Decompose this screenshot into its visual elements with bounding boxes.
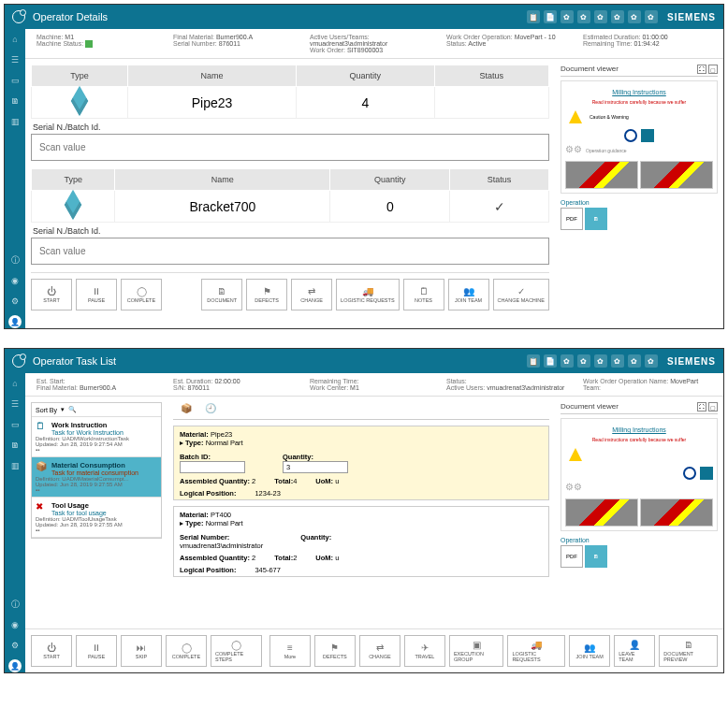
change-machine-button[interactable]: ✓CHANGE MACHINE: [493, 279, 549, 310]
notes-button[interactable]: 🗒NOTES: [403, 279, 444, 310]
leave-team-button[interactable]: 👤LEAVE TEAM: [614, 635, 655, 667]
info-bar: Machine: M1Machine Status: Final Materia…: [25, 29, 723, 59]
nav-chart-icon[interactable]: ▥: [8, 115, 22, 128]
batch-id-input[interactable]: [180, 461, 245, 473]
header-icon[interactable]: ✿: [611, 354, 624, 368]
doc-photo: [640, 161, 713, 189]
document-preview-button[interactable]: 🗎DOCUMENT PREVIEW: [659, 635, 718, 667]
skip-button[interactable]: ⏭SKIP: [121, 635, 162, 667]
header-icon[interactable]: ✿: [577, 10, 590, 23]
search-icon[interactable]: 🔍: [68, 406, 77, 413]
header-icon[interactable]: ✿: [611, 10, 624, 23]
expand-icon[interactable]: ⛶: [697, 402, 706, 412]
nav-pin-icon[interactable]: ◉: [8, 274, 22, 287]
header-icon[interactable]: ✿: [628, 354, 641, 368]
complete-button[interactable]: ◯COMPLETE: [166, 635, 207, 667]
popout-icon[interactable]: ▢: [708, 65, 718, 74]
header-icon[interactable]: ✿: [594, 10, 607, 23]
execution-group-button[interactable]: ▣EXECUTION GROUP: [449, 635, 503, 667]
part-row[interactable]: Bracket7000✓: [32, 191, 549, 223]
tab-history-icon[interactable]: 🕘: [203, 400, 218, 415]
start-button[interactable]: ⏻START: [31, 279, 72, 310]
nav-gear-icon[interactable]: ⚙: [8, 295, 22, 308]
nav-home-icon[interactable]: ⌂: [8, 33, 22, 46]
travel-button[interactable]: ✈TRAVEL: [404, 635, 445, 667]
nav-screen-icon[interactable]: ▭: [8, 418, 22, 431]
expand-icon[interactable]: ⛶: [697, 65, 706, 74]
warning-icon: [569, 448, 582, 461]
task-work-instruction[interactable]: 🗒 Work Instruction Task for Work Instruc…: [32, 417, 161, 457]
document-button[interactable]: 🗎DOCUMENT: [201, 279, 242, 310]
defects-button[interactable]: ⚑DEFECTS: [314, 635, 356, 667]
nav-pin-icon[interactable]: ◉: [8, 618, 22, 631]
sort-bar: Sort By ▾ 🔍: [32, 403, 161, 417]
quantity-input[interactable]: [283, 461, 348, 473]
part-row[interactable]: Pipe234: [32, 87, 549, 119]
nav-doc-icon[interactable]: 🗎: [8, 439, 22, 452]
footer-toolbar: ⏻START ⏸PAUSE ◯COMPLETE 🗎DOCUMENT ⚑DEFEC…: [31, 272, 549, 312]
header-icon[interactable]: 📋: [527, 354, 540, 368]
task-material-consumption[interactable]: 📦 Material Consumption Task for material…: [32, 457, 161, 498]
nav-doc-icon[interactable]: 🗎: [8, 94, 22, 108]
nav-screen-icon[interactable]: ▭: [8, 74, 22, 87]
scan-input[interactable]: [31, 134, 549, 161]
logistic-button[interactable]: 🚚LOGISTIC REQUESTS: [336, 279, 399, 310]
notes-icon: 🗒: [419, 286, 429, 296]
footer-toolbar: ⏻START ⏸PAUSE ⏭SKIP ◯COMPLETE ◯COMPLETE …: [25, 628, 723, 672]
header-icon[interactable]: ✿: [628, 10, 641, 23]
start-button[interactable]: ⏻START: [31, 635, 72, 667]
complete-button[interactable]: ◯COMPLETE: [121, 279, 162, 310]
join-team-button[interactable]: 👥JOIN TEAM: [448, 279, 489, 310]
join-team-button[interactable]: 👥JOIN TEAM: [569, 635, 610, 667]
header-icon[interactable]: ✿: [561, 354, 574, 368]
doc-photo: [640, 498, 713, 527]
tab-material-icon[interactable]: 📦: [179, 400, 194, 415]
material-card[interactable]: Material: PT400▸ Type: Normal Part Seria…: [173, 506, 549, 577]
nav-chart-icon[interactable]: ▥: [8, 459, 22, 472]
header-icon[interactable]: ✿: [561, 10, 574, 23]
change-icon: ⇄: [308, 286, 315, 296]
nav-info-icon[interactable]: ⓘ: [8, 598, 22, 611]
team-icon: 👥: [463, 286, 474, 296]
popout-icon[interactable]: ▢: [708, 402, 718, 412]
op-file-doc[interactable]: 🗎: [585, 545, 607, 568]
task-list: Sort By ▾ 🔍 🗒 Work Instruction Task for …: [31, 402, 162, 539]
complete-steps-button[interactable]: ◯COMPLETE STEPS: [211, 635, 262, 667]
header-icon[interactable]: 📋: [527, 10, 540, 23]
sort-by-label[interactable]: Sort By: [36, 407, 57, 413]
check-icon: ✓: [450, 191, 549, 223]
nav-gear-icon[interactable]: ⚙: [8, 639, 22, 652]
doc-preview: Milling Instructions Read instructions c…: [561, 80, 718, 194]
header-icon[interactable]: ✿: [594, 354, 607, 368]
nav-list-icon[interactable]: ☰: [8, 53, 22, 66]
warning-icon: [569, 110, 582, 123]
change-button[interactable]: ⇄CHANGE: [291, 279, 332, 310]
change-button[interactable]: ⇄CHANGE: [359, 635, 400, 667]
header-icon[interactable]: ✿: [577, 354, 590, 368]
op-file-doc[interactable]: 🗎: [585, 208, 607, 230]
doc-photo: [565, 498, 638, 527]
more-button[interactable]: ≡More: [269, 635, 311, 667]
material-card-active[interactable]: Material: Pipe23▸ Type: Normal Part Batc…: [173, 426, 549, 500]
logistic-button[interactable]: 🚚LOGISTIC REQUESTS: [507, 635, 565, 667]
task-tool-usage[interactable]: ✖ Tool Usage Task for tool usage Definit…: [32, 498, 161, 538]
power-icon: ⏻: [47, 286, 56, 296]
nav-user-icon[interactable]: 👤: [8, 315, 22, 328]
header-icon[interactable]: 📄: [544, 10, 557, 23]
nav-info-icon[interactable]: ⓘ: [8, 253, 22, 267]
nav-user-icon[interactable]: 👤: [8, 659, 22, 672]
pause-button[interactable]: ⏸PAUSE: [76, 635, 117, 667]
header-icon[interactable]: ✿: [645, 10, 658, 23]
side-nav: ⌂ ☰ ▭ 🗎 ▥ ⓘ ◉ ⚙ 👤: [5, 29, 25, 328]
scan-input[interactable]: [31, 238, 549, 265]
pause-button[interactable]: ⏸PAUSE: [76, 279, 117, 310]
document-viewer: Document viewer⛶▢ Milling Instructions R…: [555, 397, 723, 628]
header-icon[interactable]: ✿: [645, 354, 658, 368]
header-icon[interactable]: 📄: [544, 354, 557, 368]
op-file-pdf[interactable]: PDF: [561, 208, 583, 230]
defects-button[interactable]: ⚑DEFECTS: [246, 279, 287, 310]
chevron-down-icon[interactable]: ▾: [61, 406, 65, 413]
nav-home-icon[interactable]: ⌂: [8, 377, 22, 390]
nav-list-icon[interactable]: ☰: [8, 397, 22, 411]
op-file-pdf[interactable]: PDF: [561, 545, 583, 568]
